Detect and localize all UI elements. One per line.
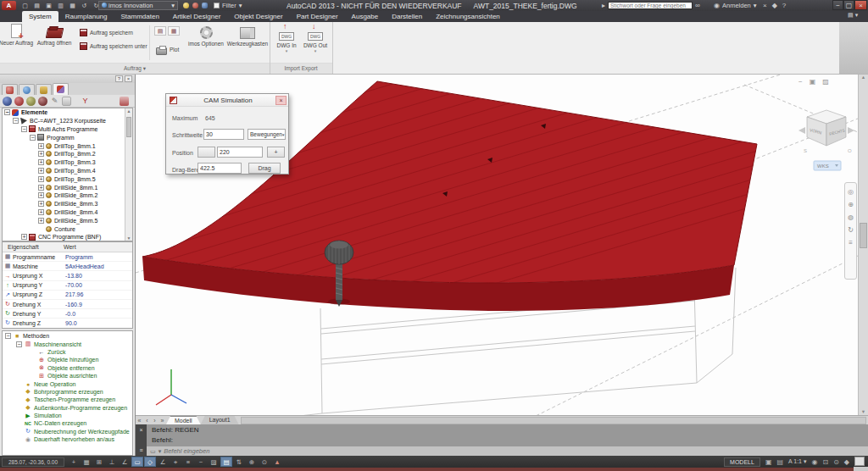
signin-control[interactable]: ◉ Anmelden ▾ xyxy=(714,2,757,9)
dialog-titlebar[interactable]: CAM Simulation × xyxy=(166,94,288,107)
palette-tab-folder[interactable] xyxy=(36,84,52,95)
filter-control[interactable]: Filter ▾ xyxy=(214,2,242,9)
annotation-visibility-icon[interactable]: ◉ xyxy=(811,458,817,466)
autoscale-icon[interactable]: ⊡ xyxy=(822,458,828,466)
scroll-down-icon[interactable]: ▼ xyxy=(125,236,132,241)
property-row[interactable]: ↻ Drehung X -160.9 xyxy=(3,300,132,309)
method-item[interactable]: NC NC-Daten erzeugen xyxy=(3,419,132,427)
tree-expand-toggle[interactable] xyxy=(38,176,44,182)
tree-item[interactable]: DrillSide_8mm.5 xyxy=(3,216,132,224)
viewcube[interactable]: VORN RECHTS S O WKS xyxy=(798,110,854,170)
tree-scrollbar[interactable]: ▲ ▼ xyxy=(125,108,132,241)
mode-dropdown[interactable]: Bewegungen ▾ xyxy=(248,129,286,140)
plot-preview-icon[interactable]: ▤ xyxy=(154,26,166,36)
export-icon[interactable] xyxy=(120,97,129,106)
save-order-button[interactable]: Auftrag speichern xyxy=(80,27,133,38)
exchange-apps-icon[interactable]: ◆ xyxy=(772,2,777,9)
panel-label-auftrag[interactable]: Auftrag ▾ xyxy=(0,64,270,74)
tree-expand-toggle[interactable] xyxy=(38,143,44,149)
imos-options-button[interactable]: imos Optionen xyxy=(186,24,225,47)
orbit-icon[interactable]: ↻ xyxy=(848,226,854,234)
cam-simulation-dialog[interactable]: CAM Simulation × Maximum 645 Schrittweit… xyxy=(165,93,289,175)
drag-button[interactable]: Drag xyxy=(248,163,281,174)
restore-button[interactable]: ▢ xyxy=(843,0,854,10)
tree-item[interactable]: BC-=AWT_1223 Korpusseite xyxy=(3,117,132,125)
tree-expand-toggle[interactable] xyxy=(21,126,27,132)
new-order-button[interactable]: + Neuer Auftrag xyxy=(2,24,31,46)
position-decrement-button[interactable] xyxy=(198,147,215,158)
help-icon[interactable]: ? xyxy=(782,2,786,9)
method-item[interactable]: ⊗ Objekte entfernen xyxy=(3,364,132,372)
tree-item[interactable]: DrillTop_8mm.1 xyxy=(3,141,132,150)
tree-expand-toggle[interactable] xyxy=(4,109,10,115)
pan-icon[interactable]: ⊕ xyxy=(848,201,854,208)
resize-grip[interactable] xyxy=(854,467,868,471)
osnap-toggle[interactable]: ▭ xyxy=(131,457,143,467)
position-input[interactable] xyxy=(217,147,263,158)
tree-item[interactable]: Multi Achs Programme xyxy=(3,125,132,134)
tree-expand-toggle[interactable] xyxy=(21,234,27,240)
property-row[interactable]: ▦ Programmname Programm xyxy=(3,252,132,262)
property-row[interactable]: ↻ Drehung Y -0.0 xyxy=(3,309,132,319)
method-item[interactable]: ● Neue Operation xyxy=(3,380,132,387)
dwg-out-button[interactable]: ↓DWG DWG Out ▾ xyxy=(302,24,329,53)
dwg-in-button[interactable]: ↑DWG DWG In ▾ xyxy=(273,24,300,53)
infer-constraints-toggle[interactable]: + xyxy=(68,457,80,467)
ribbon-tab[interactable]: Zeichnungsansichten xyxy=(429,11,507,22)
sphere-view-red-icon[interactable] xyxy=(14,97,24,106)
workspace-switch-toggle[interactable]: ⊙ xyxy=(259,457,270,467)
tree-expand-toggle[interactable] xyxy=(30,135,36,141)
compass-east-label[interactable]: O xyxy=(848,148,852,153)
tree-expand-toggle[interactable] xyxy=(13,118,19,124)
qat-new-icon[interactable]: ▢ xyxy=(20,2,30,10)
snap-toggle[interactable]: ▦ xyxy=(81,457,92,467)
position-increment-button[interactable]: + xyxy=(267,147,285,158)
tree-item[interactable]: DrillTop_8mm.3 xyxy=(3,158,132,167)
filter-icon[interactable]: Y xyxy=(81,97,90,106)
viewcube-right-arrow-icon[interactable] xyxy=(848,127,854,134)
method-item[interactable]: ■ Methoden xyxy=(3,332,132,340)
search-history-icon[interactable]: ▸ xyxy=(602,2,605,9)
view-box-icon[interactable] xyxy=(62,97,71,106)
capture-icon[interactable] xyxy=(202,3,208,8)
ribbon-tab[interactable]: Stammdaten xyxy=(114,11,165,22)
palette-close-button[interactable]: × xyxy=(125,75,132,82)
tree-item[interactable]: DrillSide_8mm.2 xyxy=(3,191,132,200)
drag-range-input[interactable] xyxy=(198,163,242,174)
sphere-view-dark-icon[interactable] xyxy=(38,97,47,106)
tree-expand-toggle[interactable] xyxy=(38,192,44,198)
qat-save-icon[interactable]: ▣ xyxy=(44,2,53,10)
lineweight-toggle[interactable]: − xyxy=(195,457,207,467)
property-value[interactable]: -160.9 xyxy=(65,302,132,308)
search-icon[interactable]: ∞ xyxy=(695,2,700,9)
scrollbar-thumb[interactable] xyxy=(126,117,131,137)
scroll-up-icon[interactable]: ▲ xyxy=(861,75,865,80)
plot-button[interactable]: Plot xyxy=(156,44,179,55)
property-value[interactable]: 217.96 xyxy=(65,291,132,297)
first-tab-button[interactable]: « xyxy=(136,418,143,424)
tree-item[interactable]: Programm xyxy=(3,133,132,141)
ribbon-tab[interactable]: Objekt Designer xyxy=(227,11,289,22)
osnap3d-toggle[interactable]: ◇ xyxy=(144,457,156,467)
tree-item[interactable]: CNC Programme (BNF) xyxy=(3,233,132,241)
commandline-close-icon[interactable]: × xyxy=(139,427,142,433)
palette-tab-globe[interactable] xyxy=(19,84,35,95)
qat-saveas-icon[interactable]: ▥ xyxy=(56,2,65,10)
drawing-quickview-icon[interactable]: ▤ xyxy=(776,458,783,466)
tree-expand-toggle[interactable] xyxy=(38,151,44,157)
viewcube-left-arrow-icon[interactable] xyxy=(798,127,805,134)
property-value[interactable]: 5AxHeadHead xyxy=(65,263,132,269)
horizontal-scrollbar[interactable] xyxy=(241,417,866,424)
open-order-button[interactable]: Auftrag öffnen xyxy=(32,24,76,46)
tree-expand-toggle[interactable] xyxy=(38,159,44,165)
command-input-hint[interactable]: Befehl eingeben xyxy=(164,447,209,455)
property-value[interactable]: -0.0 xyxy=(65,311,132,317)
tree-expand-toggle[interactable] xyxy=(38,201,44,207)
tree-item[interactable]: DrillTop_8mm.4 xyxy=(3,167,132,175)
tree-expand-toggle[interactable] xyxy=(38,168,44,174)
otrack-toggle[interactable]: ∠ xyxy=(157,457,169,467)
annotation-monitor-toggle[interactable]: ⊕ xyxy=(246,457,258,467)
palette-tab-catalog[interactable] xyxy=(2,84,18,95)
viewport-minimize-icon[interactable]: − xyxy=(798,78,803,86)
showmotion-icon[interactable]: ≡ xyxy=(849,239,853,247)
